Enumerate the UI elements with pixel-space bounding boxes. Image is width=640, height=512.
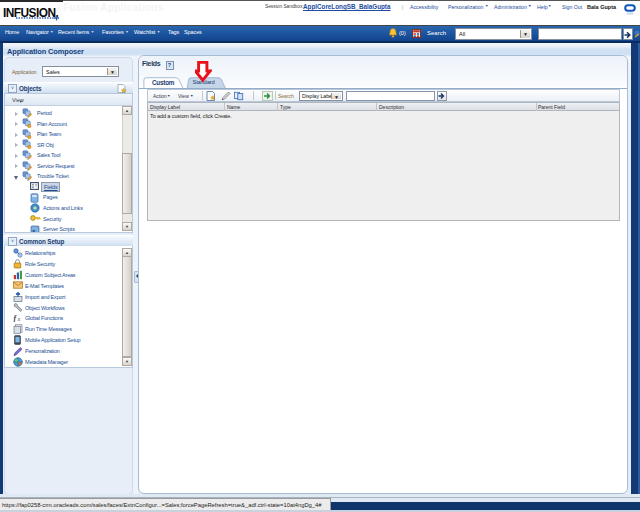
svg-text:×: × [32, 227, 36, 232]
svg-text:x: x [17, 316, 21, 322]
